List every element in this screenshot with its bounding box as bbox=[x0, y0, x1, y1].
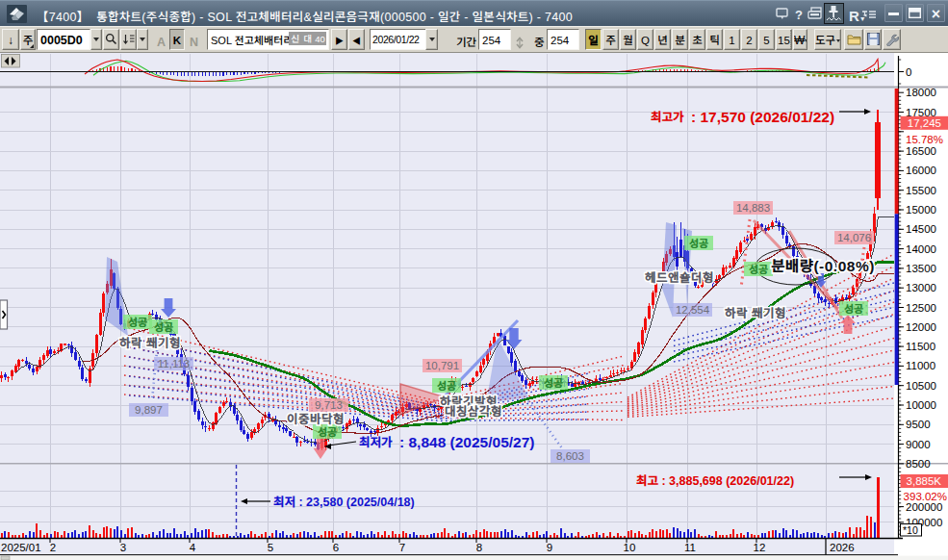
svg-text:14,076: 14,076 bbox=[837, 229, 871, 244]
svg-text:3: 3 bbox=[120, 539, 126, 554]
svg-text:: 8,848 (2025/05/27): : 8,848 (2025/05/27) bbox=[399, 430, 534, 451]
svg-text:14,883: 14,883 bbox=[736, 199, 770, 215]
svg-text:12,554: 12,554 bbox=[676, 301, 710, 317]
svg-text:11000: 11000 bbox=[906, 357, 935, 372]
svg-text:8500: 8500 bbox=[906, 455, 931, 471]
svg-text:6: 6 bbox=[333, 539, 339, 554]
svg-text:9000: 9000 bbox=[906, 436, 931, 451]
svg-text:11: 11 bbox=[684, 539, 696, 554]
svg-text:최고가: 최고가 bbox=[651, 107, 684, 125]
svg-text:성공: 성공 bbox=[154, 318, 173, 334]
svg-text:성공: 성공 bbox=[689, 235, 708, 250]
svg-text:9500: 9500 bbox=[906, 416, 931, 431]
svg-text:10,791: 10,791 bbox=[425, 357, 459, 372]
svg-text:5: 5 bbox=[268, 539, 273, 554]
svg-text:8,603: 8,603 bbox=[556, 447, 584, 463]
svg-text:16000: 16000 bbox=[906, 162, 936, 177]
svg-text:18000: 18000 bbox=[906, 84, 936, 99]
svg-text:13500: 13500 bbox=[906, 260, 936, 275]
svg-text:: 17,570 (2026/01/22): : 17,570 (2026/01/22) bbox=[691, 105, 834, 126]
svg-text:분배량(-0.08%): 분배량(-0.08%) bbox=[771, 254, 875, 275]
svg-text:*10: *10 bbox=[903, 522, 918, 537]
svg-text:15000: 15000 bbox=[906, 201, 936, 216]
svg-text:2025/01: 2025/01 bbox=[1, 539, 41, 554]
svg-text:10000: 10000 bbox=[906, 396, 936, 412]
svg-text:2026: 2026 bbox=[830, 539, 855, 554]
svg-text:최저 : 23,580 (2025/04/18): 최저 : 23,580 (2025/04/18) bbox=[273, 492, 415, 510]
svg-text:11500: 11500 bbox=[906, 338, 935, 353]
svg-text:2: 2 bbox=[50, 539, 56, 554]
svg-text:성공: 성공 bbox=[437, 377, 456, 393]
svg-text:성공: 성공 bbox=[844, 300, 863, 316]
svg-text:0: 0 bbox=[906, 64, 911, 79]
svg-text:8: 8 bbox=[476, 539, 482, 554]
svg-text:17,245: 17,245 bbox=[908, 115, 941, 130]
svg-text:9: 9 bbox=[547, 539, 552, 554]
svg-text:393.02%: 393.02% bbox=[904, 488, 947, 503]
svg-text:대칭삼각형: 대칭삼각형 bbox=[445, 401, 502, 420]
svg-text:헤드앤숄더형: 헤드앤숄더형 bbox=[645, 267, 714, 286]
svg-text:15500: 15500 bbox=[906, 182, 936, 197]
svg-text:14500: 14500 bbox=[906, 220, 936, 236]
svg-text:최고 : 3,885,698 (2026/01/22): 최고 : 3,885,698 (2026/01/22) bbox=[636, 471, 794, 489]
svg-text:12000: 12000 bbox=[906, 318, 936, 334]
svg-text:성공: 성공 bbox=[544, 374, 563, 390]
svg-text:성공: 성공 bbox=[749, 261, 768, 276]
svg-text:11,113: 11,113 bbox=[158, 355, 190, 370]
svg-text:4: 4 bbox=[190, 539, 196, 554]
svg-text:최저가: 최저가 bbox=[359, 432, 393, 450]
svg-text:15.78%: 15.78% bbox=[906, 131, 943, 146]
svg-text:10: 10 bbox=[624, 539, 636, 554]
svg-text:3,885K: 3,885K bbox=[907, 472, 942, 488]
svg-text:13000: 13000 bbox=[906, 279, 936, 294]
svg-text:7: 7 bbox=[399, 539, 405, 554]
svg-text:14000: 14000 bbox=[906, 241, 936, 256]
svg-text:하락 쐐기형: 하락 쐐기형 bbox=[725, 303, 786, 321]
svg-text:이중바닥형: 이중바닥형 bbox=[287, 409, 345, 427]
svg-text:10500: 10500 bbox=[906, 377, 936, 393]
svg-text:성공: 성공 bbox=[128, 314, 147, 329]
svg-text:12500: 12500 bbox=[906, 299, 936, 315]
svg-text:9,897: 9,897 bbox=[135, 401, 163, 417]
svg-text:12: 12 bbox=[754, 539, 766, 554]
svg-text:하락 쐐기형: 하락 쐐기형 bbox=[119, 333, 181, 351]
